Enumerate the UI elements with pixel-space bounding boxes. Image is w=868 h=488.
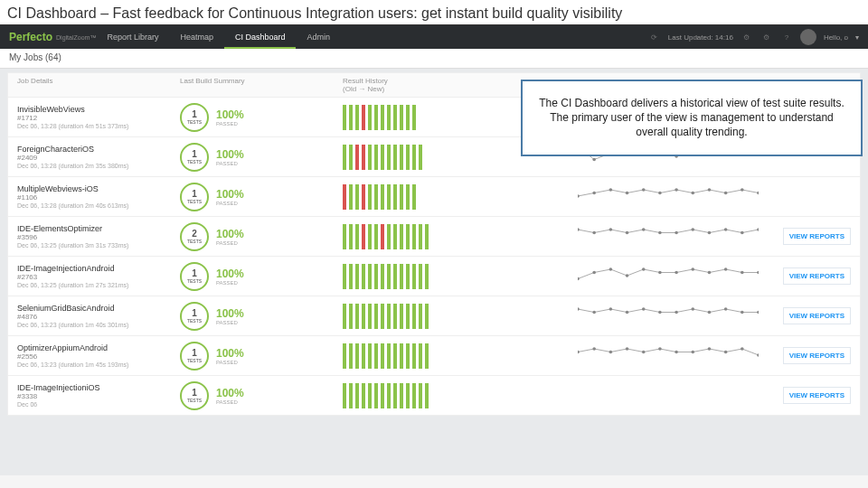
table-row[interactable]: IDE-ElementsOptimizer #3596 Dec 06, 13:2… xyxy=(7,217,861,257)
history-bar xyxy=(355,264,359,289)
svg-point-40 xyxy=(592,230,596,234)
history-bar xyxy=(387,184,391,210)
nav-tab-admin[interactable]: Admin xyxy=(296,25,341,49)
table-row[interactable]: OptimizerAppiumAndroid #2556 Dec 06, 13:… xyxy=(7,336,861,376)
user-greeting: Hello, o xyxy=(824,33,848,42)
table-row[interactable]: SeleniumGridBasicAndroid #4876 Dec 06, 1… xyxy=(7,296,861,336)
view-reports-button[interactable]: VIEW REPORTS xyxy=(783,347,851,364)
trend-sparkline: ✱ xyxy=(578,223,759,250)
history-bar xyxy=(368,145,372,170)
job-name: IDE-ImageInjectioniOS xyxy=(17,383,180,392)
job-timestamp: Dec 06, 13:25 (duration 1m 27s 321ms) xyxy=(17,282,180,288)
view-reports-button[interactable]: VIEW REPORTS xyxy=(783,228,851,245)
svg-point-54 xyxy=(609,267,613,271)
history-bar xyxy=(343,383,346,408)
tests-ring: 2TESTS xyxy=(180,222,209,251)
history-bar xyxy=(425,343,429,369)
history-bar xyxy=(406,105,410,130)
history-bar xyxy=(419,224,422,249)
history-bar xyxy=(412,224,416,249)
svg-point-57 xyxy=(658,270,662,274)
pass-rate: 100%PASSED xyxy=(216,347,244,365)
job-name: InvisibleWebViews xyxy=(17,105,180,114)
table-row[interactable]: MultipleWebviews-iOS #1106 Dec 06, 13:28… xyxy=(7,177,861,217)
history-bar xyxy=(368,184,372,210)
pass-rate: 100%PASSED xyxy=(216,148,244,166)
history-bar xyxy=(400,184,403,210)
view-reports-button[interactable]: VIEW REPORTS xyxy=(783,307,851,324)
svg-point-41 xyxy=(609,228,613,231)
svg-point-42 xyxy=(626,230,629,234)
history-bar xyxy=(393,105,397,130)
history-bar xyxy=(406,145,410,170)
history-bar xyxy=(362,264,365,289)
history-bars xyxy=(343,343,578,369)
subheader: My Jobs (64) xyxy=(0,49,868,69)
tests-ring: 1TESTS xyxy=(180,183,209,211)
svg-point-87 xyxy=(724,350,728,353)
settings-icon[interactable]: ⚙ xyxy=(741,31,753,43)
job-number: #1106 xyxy=(17,193,180,202)
svg-point-75 xyxy=(741,310,744,314)
refresh-icon[interactable]: ⟳ xyxy=(648,31,661,43)
svg-point-35 xyxy=(724,191,728,194)
history-bar xyxy=(412,145,416,170)
nav-tab-heatmap[interactable]: Heatmap xyxy=(169,25,224,49)
chevron-down-icon[interactable]: ▾ xyxy=(855,33,859,42)
history-bar xyxy=(362,304,365,329)
svg-point-69 xyxy=(642,307,646,311)
nav-tab-report-library[interactable]: Report Library xyxy=(96,25,169,49)
col-summary: Last Build Summary xyxy=(180,77,343,93)
history-bar xyxy=(419,145,422,170)
svg-point-62 xyxy=(741,270,744,274)
table-row[interactable]: IDE-ImageInjectioniOS #3338 Dec 06 1TEST… xyxy=(7,376,861,416)
svg-point-83 xyxy=(658,347,662,351)
pass-rate: 100%PASSED xyxy=(216,267,244,286)
pass-rate: 100%PASSED xyxy=(216,387,244,405)
history-bar xyxy=(387,224,391,249)
svg-point-65 xyxy=(578,307,580,311)
history-bar xyxy=(362,105,365,130)
svg-point-47 xyxy=(708,230,712,234)
svg-point-27 xyxy=(592,191,596,194)
view-reports-button[interactable]: VIEW REPORTS xyxy=(783,387,851,404)
history-bar xyxy=(368,224,372,249)
history-bar xyxy=(419,383,422,408)
svg-point-85 xyxy=(691,350,694,353)
job-name: OptimizerAppiumAndroid xyxy=(17,343,180,352)
history-bars xyxy=(343,184,578,210)
history-bar xyxy=(419,264,422,289)
gear-icon[interactable]: ⚙ xyxy=(760,31,773,43)
svg-point-50 xyxy=(757,228,759,231)
avatar[interactable] xyxy=(800,29,816,45)
history-bar xyxy=(374,184,378,210)
pass-rate: 100%PASSED xyxy=(216,307,244,325)
job-name: MultipleWebviews-iOS xyxy=(17,184,180,193)
table-row[interactable]: IDE-ImageInjectionAndroid #2763 Dec 06, … xyxy=(7,257,861,296)
pass-rate: 100%PASSED xyxy=(216,188,244,206)
history-bar xyxy=(393,304,397,329)
view-reports-button[interactable]: VIEW REPORTS xyxy=(783,267,851,285)
svg-point-44 xyxy=(658,230,662,234)
svg-point-89 xyxy=(757,353,759,357)
svg-point-72 xyxy=(691,307,694,311)
history-bar xyxy=(393,184,397,210)
trend-sparkline: ✱ xyxy=(578,343,759,370)
history-bar xyxy=(355,105,359,130)
app-screenshot: Perfecto DigitalZoom™ Report LibraryHeat… xyxy=(0,25,868,475)
svg-point-46 xyxy=(691,228,694,231)
svg-point-82 xyxy=(642,350,646,353)
help-icon[interactable]: ? xyxy=(780,31,793,43)
history-bar xyxy=(393,383,397,408)
history-bar xyxy=(412,264,416,289)
trend-sparkline: ✱ xyxy=(578,303,759,330)
history-bar xyxy=(393,145,397,170)
history-bar xyxy=(381,145,384,170)
history-bar xyxy=(406,224,410,249)
svg-point-61 xyxy=(724,267,728,271)
svg-point-81 xyxy=(626,347,629,351)
history-bar xyxy=(349,383,353,408)
history-bar xyxy=(362,145,365,170)
nav-tab-ci-dashboard[interactable]: CI Dashboard xyxy=(224,25,297,49)
job-name: ForeignCharacteriOS xyxy=(17,145,180,154)
